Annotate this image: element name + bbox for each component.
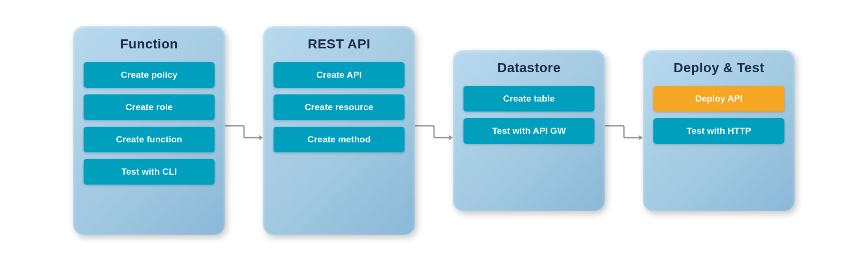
panel-rest-api: REST API Create API Create resource Crea… xyxy=(263,26,415,235)
panel-datastore: Datastore Create table Test with API GW xyxy=(453,50,605,211)
diagram: Function Create policy Create role Creat… xyxy=(54,17,814,244)
arrow-2 xyxy=(415,116,453,145)
panel-function: Function Create policy Create role Creat… xyxy=(73,26,225,235)
btn-test-cli[interactable]: Test with CLI xyxy=(84,159,215,185)
btn-create-policy[interactable]: Create policy xyxy=(84,62,215,88)
btn-test-http[interactable]: Test with HTTP xyxy=(653,118,784,144)
btn-create-resource[interactable]: Create resource xyxy=(274,94,405,120)
arrow-3 xyxy=(605,116,643,145)
btn-deploy-api[interactable]: Deploy API xyxy=(653,86,784,112)
btn-test-api-gw[interactable]: Test with API GW xyxy=(463,118,594,144)
svg-marker-7 xyxy=(449,135,453,140)
btn-create-api[interactable]: Create API xyxy=(274,62,405,88)
svg-marker-11 xyxy=(639,135,643,140)
arrow-1 xyxy=(225,116,263,145)
panel-datastore-title: Datastore xyxy=(497,60,561,75)
panel-deploy-test: Deploy & Test Deploy API Test with HTTP xyxy=(643,50,795,211)
panel-function-title: Function xyxy=(120,37,178,52)
svg-marker-3 xyxy=(259,135,263,140)
btn-create-role[interactable]: Create role xyxy=(84,94,215,120)
btn-create-function[interactable]: Create function xyxy=(84,127,215,152)
panel-deploy-test-title: Deploy & Test xyxy=(673,60,764,75)
btn-create-table[interactable]: Create table xyxy=(463,86,594,112)
btn-create-method[interactable]: Create method xyxy=(274,127,405,152)
panel-rest-api-title: REST API xyxy=(308,37,370,52)
